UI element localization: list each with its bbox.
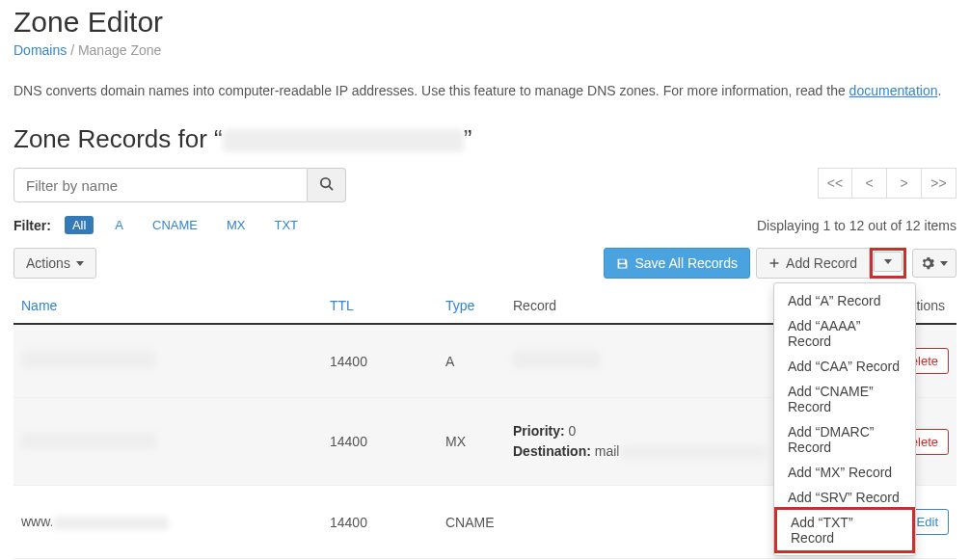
displaying-count: Displaying 1 to 12 out of 12 items <box>757 218 957 233</box>
documentation-link[interactable]: documentation <box>849 83 938 98</box>
record-name-redacted <box>21 351 156 368</box>
settings-dropdown-button[interactable] <box>912 249 957 278</box>
filter-label: Filter: <box>13 218 51 233</box>
caret-down-icon <box>940 261 948 266</box>
menu-item-add-txt[interactable]: Add “TXT” Record <box>774 507 915 553</box>
pager-last[interactable]: >> <box>922 168 957 199</box>
col-header-ttl[interactable]: TTL <box>322 288 438 324</box>
filter-tab-all[interactable]: All <box>65 216 94 234</box>
pager-first[interactable]: << <box>818 168 852 199</box>
record-type: MX <box>438 398 505 486</box>
add-record-type-menu: Add “A” Record Add “AAAA” Record Add “CA… <box>773 282 916 556</box>
filter-tabs: Filter: All A CNAME MX TXT <box>13 216 306 234</box>
page-description: DNS converts domain names into computer-… <box>13 81 957 101</box>
breadcrumb-separator: / <box>70 42 74 58</box>
menu-item-add-dmarc[interactable]: Add “DMARC” Record <box>774 419 915 460</box>
record-type: CNAME <box>438 486 505 559</box>
zone-records-heading: Zone Records for “” <box>13 124 957 154</box>
record-value: Priority: 0 Destination: mail <box>513 421 804 462</box>
pager-next[interactable]: > <box>887 168 922 199</box>
menu-item-add-a[interactable]: Add “A” Record <box>774 288 915 313</box>
menu-item-add-aaaa[interactable]: Add “AAAA” Record <box>774 313 915 354</box>
filter-tab-cname[interactable]: CNAME <box>145 216 205 234</box>
save-icon <box>616 257 629 270</box>
col-header-type[interactable]: Type <box>438 288 505 324</box>
gear-icon <box>921 256 934 270</box>
record-type: A <box>438 324 505 398</box>
record-ttl: 14400 <box>322 398 438 486</box>
save-all-records-button[interactable]: Save All Records <box>604 248 750 279</box>
menu-item-add-cname[interactable]: Add “CNAME” Record <box>774 379 915 419</box>
menu-item-add-caa[interactable]: Add “CAA” Record <box>774 354 915 379</box>
filter-tab-txt[interactable]: TXT <box>266 216 306 234</box>
pager-prev[interactable]: < <box>852 168 887 199</box>
caret-down-icon <box>884 259 892 264</box>
filter-name-input[interactable] <box>13 168 308 202</box>
menu-item-add-mx[interactable]: Add “MX” Record <box>774 460 915 485</box>
domain-name-redacted <box>223 129 464 152</box>
filter-tab-a[interactable]: A <box>107 216 131 234</box>
breadcrumb: Domains / Manage Zone <box>13 42 957 58</box>
col-header-name[interactable]: Name <box>13 288 322 324</box>
pagination: << < > >> <box>818 168 957 199</box>
record-name-redacted <box>21 432 156 449</box>
record-name-redacted <box>53 517 169 530</box>
search-button[interactable] <box>308 168 346 202</box>
caret-down-icon <box>76 261 84 266</box>
breadcrumb-domains-link[interactable]: Domains <box>13 42 67 58</box>
search-icon <box>319 176 334 191</box>
search-group <box>13 168 346 202</box>
breadcrumb-current: Manage Zone <box>78 42 161 58</box>
plus-icon <box>768 257 780 269</box>
page-title: Zone Editor <box>13 6 957 39</box>
add-record-button[interactable]: Add Record <box>756 248 870 279</box>
record-ttl: 14400 <box>322 486 438 559</box>
add-record-dropdown-toggle[interactable] <box>874 252 903 272</box>
record-name-prefix: www. <box>21 514 53 529</box>
actions-dropdown-button[interactable]: Actions <box>13 248 96 279</box>
filter-tab-mx[interactable]: MX <box>219 216 254 234</box>
col-header-record: Record <box>505 288 812 324</box>
record-value-redacted <box>513 351 600 368</box>
record-ttl: 14400 <box>322 324 438 398</box>
